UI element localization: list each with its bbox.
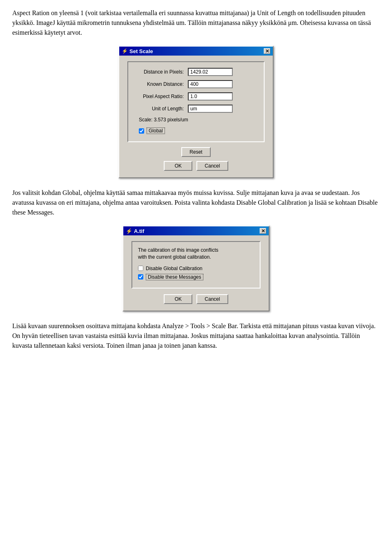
scale-text: Scale: 3.573 pixels/um xyxy=(139,117,257,123)
known-distance-input[interactable] xyxy=(188,80,233,88)
bottom-paragraph1: Lisää kuvaan suurennoksen osoittava mitt… xyxy=(12,321,380,351)
dialog1-title: Set Scale xyxy=(129,48,153,54)
set-scale-dialog-container: ⚡ Set Scale ✕ Distance in Pixels: Known … xyxy=(12,46,380,178)
global-checkbox-row: Global xyxy=(139,127,257,134)
distance-pixels-row: Distance in Pixels: xyxy=(135,68,257,76)
set-scale-titlebar: ⚡ Set Scale ✕ xyxy=(119,47,273,56)
disable-messages-checkbox[interactable] xyxy=(138,274,143,280)
known-distance-row: Known Distance: xyxy=(135,80,257,88)
disable-global-checkbox[interactable] xyxy=(138,266,143,271)
pixel-aspect-input[interactable] xyxy=(188,92,233,101)
dialog2-icon: ⚡ xyxy=(126,228,132,234)
dialog1-close-button[interactable]: ✕ xyxy=(264,48,270,54)
reset-button-row: Reset xyxy=(127,147,265,157)
dialog2-inner: The calibration of this image conflictsw… xyxy=(131,241,261,289)
dialog2-ok-button[interactable]: OK xyxy=(164,294,192,304)
distance-pixels-input[interactable] xyxy=(188,68,233,76)
dialog2-cancel-button[interactable]: Cancel xyxy=(196,294,228,304)
reset-button[interactable]: Reset xyxy=(181,147,210,157)
dialog2-message: The calibration of this image conflictsw… xyxy=(138,247,254,261)
distance-pixels-label: Distance in Pixels: xyxy=(135,69,188,75)
dialog2-ok-cancel: OK Cancel xyxy=(131,294,261,304)
global-checkbox[interactable] xyxy=(139,128,144,134)
unit-length-label: Unit of Length: xyxy=(135,106,188,112)
unit-length-row: Unit of Length: xyxy=(135,105,257,113)
disable-global-row: Disable Global Calibration xyxy=(138,266,254,271)
atif-titlebar: ⚡ A.tif ✕ xyxy=(123,226,269,235)
dialog1-ok-cancel: OK Cancel xyxy=(127,161,265,171)
dialog2-close-button[interactable]: ✕ xyxy=(260,228,266,234)
dialog1-body: Distance in Pixels: Known Distance: Pixe… xyxy=(119,56,273,177)
disable-messages-row: Disable these Messages xyxy=(138,274,254,280)
disable-global-label[interactable]: Disable Global Calibration xyxy=(146,266,203,271)
atif-dialog: ⚡ A.tif ✕ The calibration of this image … xyxy=(122,226,270,311)
dialog2-body: The calibration of this image conflictsw… xyxy=(123,235,269,311)
set-scale-dialog: ⚡ Set Scale ✕ Distance in Pixels: Known … xyxy=(118,46,274,178)
pixel-aspect-label: Pixel Aspect Ratio: xyxy=(135,94,188,99)
unit-length-input[interactable] xyxy=(188,105,233,113)
dialog2-title: A.tif xyxy=(134,228,144,234)
pixel-aspect-row: Pixel Aspect Ratio: xyxy=(135,92,257,101)
atif-dialog-container: ⚡ A.tif ✕ The calibration of this image … xyxy=(12,226,380,311)
dialog1-inner: Distance in Pixels: Known Distance: Pixe… xyxy=(127,61,265,142)
global-checkbox-label[interactable]: Global xyxy=(147,127,165,134)
dialog1-icon: ⚡ xyxy=(122,48,128,54)
dialog1-ok-button[interactable]: OK xyxy=(164,161,192,171)
disable-messages-label[interactable]: Disable these Messages xyxy=(146,274,203,280)
middle-paragraph1: Jos valitsit kohdan Global, ohjelma käyt… xyxy=(12,188,380,217)
known-distance-label: Known Distance: xyxy=(135,81,188,87)
dialog1-cancel-button[interactable]: Cancel xyxy=(196,161,228,171)
intro-paragraph: Aspect Ration on yleensä 1 (voit tarkist… xyxy=(12,8,380,38)
